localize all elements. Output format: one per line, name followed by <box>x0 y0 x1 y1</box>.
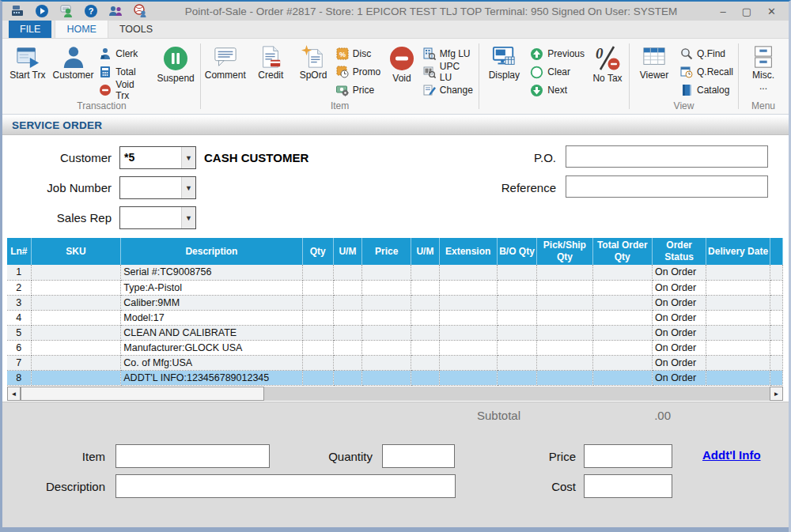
col-total-order-qty: Total Order Qty <box>592 238 652 265</box>
chevron-down-icon[interactable]: ▼ <box>181 177 195 198</box>
mfg-lu-button[interactable]: Mfg LU <box>421 46 476 62</box>
scrollbar-thumb[interactable] <box>21 387 264 401</box>
cost-input[interactable] <box>584 474 672 498</box>
svg-text:0: 0 <box>596 45 604 62</box>
table-row[interactable]: 7Co. of Mfg:USAOn Order <box>7 355 783 370</box>
void-trx-button[interactable]: Void Trx <box>97 82 152 98</box>
tab-home[interactable]: HOME <box>55 20 108 38</box>
cash-register-icon[interactable] <box>10 4 25 18</box>
table-row[interactable]: 4Model:17On Order <box>7 310 783 325</box>
q-recall-icon <box>680 66 693 78</box>
entry-panel: Subtotal .00 Item Quantity Price Addt'l … <box>2 402 789 527</box>
job-number-label: Job Number <box>26 181 112 194</box>
void-button[interactable]: Void <box>384 43 419 87</box>
q-find-icon <box>680 47 693 60</box>
spord-button[interactable]: SpOrd <box>294 43 332 84</box>
total-button[interactable]: Total <box>97 64 152 80</box>
comment-button[interactable]: Comment <box>203 43 248 84</box>
po-input[interactable] <box>566 145 768 168</box>
tab-tools[interactable]: TOOLS <box>108 21 164 38</box>
ribbon-group-transaction: Start Trx Customer Clerk Total <box>6 40 198 114</box>
suspend-icon <box>162 45 189 72</box>
table-row[interactable]: 1Serial #:TC9008756On Order <box>7 265 783 280</box>
description-label: Description <box>22 480 105 493</box>
quantity-input[interactable] <box>382 444 455 468</box>
app-window: ? Point-of-Sale - Order #2817 - Store: 1… <box>0 0 791 532</box>
col-description: Description <box>121 238 302 265</box>
ribbon-group-view: Viewer Q.Find Q.Recall Catalog <box>632 40 736 114</box>
catalog-button[interactable]: Catalog <box>678 82 736 98</box>
table-row[interactable]: 5CLEAN AND CALIBRATEOn Order <box>7 325 783 340</box>
ribbon-separator <box>479 43 479 109</box>
help-icon[interactable]: ? <box>84 4 98 18</box>
credit-button[interactable]: Credit <box>249 43 293 84</box>
change-button[interactable]: Change <box>421 82 476 98</box>
display-icon <box>492 45 516 69</box>
misc-button[interactable]: Misc.... <box>741 43 785 95</box>
sales-rep-label: Sales Rep <box>26 211 112 224</box>
customer-combo[interactable]: *5 ▼ <box>119 146 196 169</box>
col-um2: U/M <box>411 238 439 265</box>
viewer-button[interactable]: Viewer <box>632 43 676 84</box>
clerk-button[interactable]: Clerk <box>97 46 152 62</box>
q-recall-button[interactable]: Q.Recall <box>678 64 736 80</box>
previous-button[interactable]: Previous <box>528 46 587 62</box>
spord-icon <box>301 45 325 69</box>
table-row[interactable]: 6Manufacturer:GLOCK USAOn Order <box>7 340 783 355</box>
close-button[interactable]: ✕ <box>767 6 776 17</box>
scrollbar-track[interactable] <box>264 387 770 401</box>
col-pick-ship-qty: Pick/Ship Qty <box>537 238 592 265</box>
table-row-selected[interactable]: 8ADDT'L INFO:123456789012345On Order <box>7 370 783 385</box>
window-bottom-edge <box>2 527 789 532</box>
promo-button[interactable]: Promo <box>334 64 383 80</box>
next-button[interactable]: Next <box>528 82 587 98</box>
promo-icon <box>336 66 349 78</box>
col-price: Price <box>361 238 411 265</box>
price-input[interactable] <box>584 444 672 468</box>
ribbon-separator <box>629 43 630 109</box>
sales-rep-combo[interactable]: ▼ <box>119 206 196 229</box>
addtl-info-link[interactable]: Addt'l Info <box>702 448 761 462</box>
group-label-display <box>482 100 626 114</box>
suspend-button[interactable]: Suspend <box>153 43 198 87</box>
no-tax-button[interactable]: 0 No Tax <box>589 43 626 87</box>
price-button[interactable]: Price <box>334 82 383 98</box>
mfg-lu-icon <box>423 47 436 60</box>
q-find-button[interactable]: Q.Find <box>678 46 736 62</box>
minimize-button[interactable]: – <box>721 6 726 17</box>
table-row[interactable]: 2Type:A-PistolOn Order <box>7 280 783 295</box>
comment-icon <box>214 45 237 69</box>
disc-button[interactable]: % Disc <box>334 46 383 62</box>
person-chat-icon[interactable] <box>59 4 74 18</box>
start-trx-button[interactable]: Start Trx <box>6 43 50 84</box>
scroll-right-button[interactable]: ► <box>770 387 783 401</box>
price-icon <box>336 84 349 96</box>
col-qty: Qty <box>302 238 333 265</box>
chevron-down-icon[interactable]: ▼ <box>181 207 195 228</box>
group-label-transaction: Transaction <box>6 100 198 114</box>
globe-user-icon[interactable] <box>133 4 147 18</box>
upc-lu-button[interactable]: UPC LU <box>421 64 476 80</box>
next-icon <box>530 84 543 97</box>
col-extension: Extension <box>439 238 497 265</box>
users-icon[interactable] <box>108 4 123 18</box>
col-um1: U/M <box>333 238 361 265</box>
play-icon[interactable] <box>35 4 49 18</box>
chevron-down-icon[interactable]: ▼ <box>181 147 195 168</box>
reference-input[interactable] <box>566 175 768 198</box>
ribbon: Start Trx Customer Clerk Total <box>2 39 789 115</box>
customer-button[interactable]: Customer <box>51 43 96 84</box>
job-number-combo[interactable]: ▼ <box>119 176 196 199</box>
ribbon-separator <box>738 43 739 109</box>
window-title: Point-of-Sale - Order #2817 - Store: 1 E… <box>165 6 697 17</box>
description-input[interactable] <box>115 474 456 498</box>
display-button[interactable]: Display <box>482 43 526 84</box>
table-row[interactable]: 3Caliber:9MMOn Order <box>7 295 783 310</box>
svg-text:%: % <box>339 51 346 58</box>
subtotal-label: Subtotal <box>477 409 564 422</box>
maximize-button[interactable]: ▢ <box>742 6 751 17</box>
tab-file[interactable]: FILE <box>9 21 51 38</box>
scroll-left-button[interactable]: ◄ <box>7 387 21 401</box>
item-input[interactable] <box>115 444 270 468</box>
clear-button[interactable]: Clear <box>528 64 587 80</box>
